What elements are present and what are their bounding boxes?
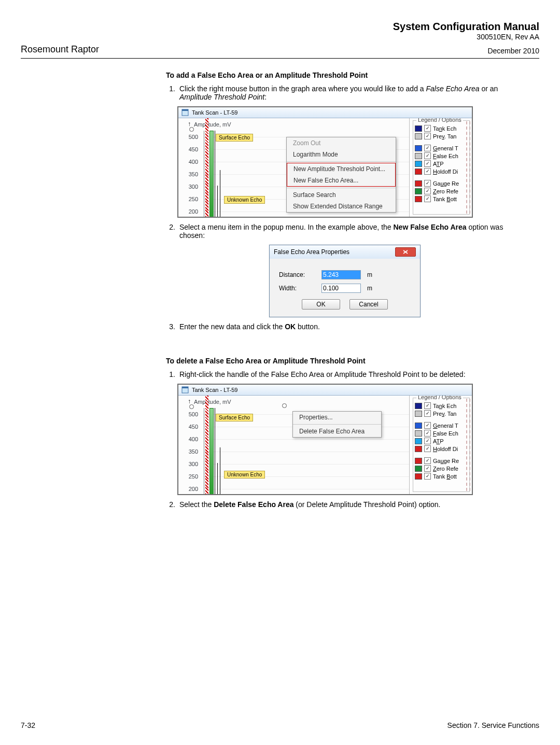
txt: Enter the new data and click the: [179, 322, 285, 331]
txt-italic: False Echo Area: [426, 85, 480, 93]
checkbox-icon[interactable]: ✓: [424, 168, 431, 175]
checkbox-icon[interactable]: ✓: [424, 180, 431, 187]
checkbox-icon[interactable]: ✓: [424, 125, 431, 132]
close-button[interactable]: [395, 247, 416, 257]
legend-item-prev-tank[interactable]: ✓Prev. Tan: [415, 133, 468, 139]
width-unit: m: [367, 285, 375, 292]
legend-item-zero-refe[interactable]: ✓Zero Refe: [415, 188, 468, 194]
unknown-peak-line: [217, 463, 218, 494]
legend-title: Legend / Options: [416, 396, 463, 400]
product-name: Rosemount Raptor: [21, 44, 99, 55]
menu-properties[interactable]: Properties...: [293, 412, 381, 423]
legend-item-tank-echo[interactable]: ✓Tank Ech: [415, 125, 468, 132]
checkbox-icon[interactable]: ✓: [424, 145, 431, 151]
window-title-bar: Tank Scan - LT-59: [178, 107, 472, 118]
unknown-peak-line: [217, 186, 218, 217]
legend-item-tank-bott[interactable]: ✓Tank Bott: [415, 195, 468, 202]
menu-separator: [287, 161, 396, 162]
window-title: Tank Scan - LT-59: [192, 387, 237, 393]
legend-item-gauge-re[interactable]: ✓Gauge Re: [415, 457, 468, 464]
header-divider: [21, 58, 539, 59]
txt-bold: OK: [285, 322, 296, 331]
checkbox-icon[interactable]: ✓: [424, 402, 431, 409]
y-tick: 350: [183, 171, 198, 177]
heading-delete-fea: To delete a False Echo Area or Amplitude…: [166, 357, 524, 365]
checkbox-icon[interactable]: ✓: [424, 133, 431, 139]
y-tick: 500: [183, 134, 198, 140]
y-axis-label: Amplitude, mV: [194, 399, 231, 405]
y-tick: 250: [183, 473, 198, 480]
step-2-2: 2. Select the Delete False Echo Area (or…: [166, 500, 524, 509]
menu-separator: [293, 424, 381, 425]
width-row: Width: m: [279, 284, 411, 293]
legend-item-zero-refe[interactable]: ✓Zero Refe: [415, 465, 468, 472]
step-num: 2.: [166, 223, 175, 240]
menu-logarithm-mode[interactable]: Logarithm Mode: [287, 149, 396, 160]
doc-id: 300510EN, Rev AA: [21, 33, 539, 41]
checkbox-icon[interactable]: ✓: [424, 195, 431, 202]
checkbox-icon[interactable]: ✓: [424, 152, 431, 159]
surface-echo-label: Surface Echo: [216, 414, 253, 421]
menu-separator: [287, 188, 396, 188]
doc-date: December 2010: [487, 47, 539, 55]
legend-item-prev-tank[interactable]: ✓Prev. Tan: [415, 410, 468, 417]
checkbox-icon[interactable]: ✓: [424, 188, 431, 194]
menu-new-false-echo-area[interactable]: New False Echo Area...: [287, 175, 395, 186]
checkbox-icon[interactable]: ✓: [424, 410, 431, 417]
screenshot-tank-scan-2: Tank Scan - LT-59 ↑ Amplitude, mV 500 45…: [177, 384, 473, 495]
cancel-button[interactable]: Cancel: [349, 299, 388, 310]
dialog-title: False Echo Area Properties: [274, 248, 349, 256]
legend-title: Legend / Options: [416, 118, 463, 123]
chart-area[interactable]: ↑ Amplitude, mV 500 450 400 350 300 250 …: [178, 396, 409, 494]
y-tick: 200: [183, 208, 198, 215]
step-1-2: 2. Select a menu item in the popup menu.…: [166, 223, 524, 240]
legend-item-atp[interactable]: ✓ATP: [415, 438, 468, 444]
legend-item-atp[interactable]: ✓ATP: [415, 160, 468, 167]
legend-item-holdoff[interactable]: ✓Holdoff Di: [415, 445, 468, 452]
y-tick: 400: [183, 159, 198, 165]
legend-item-general-t[interactable]: ✓General T: [415, 422, 468, 429]
legend-item-gauge-re[interactable]: ✓Gauge Re: [415, 180, 468, 187]
checkbox-icon[interactable]: ✓: [424, 457, 431, 464]
section-label: Section 7. Service Functions: [447, 721, 539, 729]
checkbox-icon[interactable]: ✓: [424, 445, 431, 452]
step-num: 3.: [166, 322, 175, 331]
checkbox-icon[interactable]: ✓: [424, 430, 431, 437]
window-title: Tank Scan - LT-59: [192, 109, 237, 116]
txt: (or Delete Amplitude Threshold Point) op…: [293, 500, 440, 509]
checkbox-icon[interactable]: ✓: [424, 473, 431, 480]
checkbox-icon[interactable]: ✓: [424, 438, 431, 444]
menu-show-extended-distance-range[interactable]: Show Extended Distance Range: [287, 201, 396, 212]
checkbox-icon[interactable]: ✓: [424, 422, 431, 429]
false-echo-area-properties-dialog: False Echo Area Properties Distance: m W…: [269, 245, 421, 317]
legend-panel: Legend / Options ✓Tank Ech Tank Ech ✓Pre…: [409, 118, 472, 217]
menu-new-amplitude-threshold-point[interactable]: New Amplitude Threshold Point...: [287, 163, 395, 175]
step-text: Select the Delete False Echo Area (or De…: [179, 500, 524, 509]
menu-zoom-out[interactable]: Zoom Out: [287, 137, 396, 149]
menu-surface-search[interactable]: Surface Search: [287, 189, 396, 201]
surface-peak-line: [215, 408, 215, 494]
width-input[interactable]: [321, 284, 361, 293]
dialog-title-bar: False Echo Area Properties: [270, 245, 420, 259]
legend-item-false-ech[interactable]: ✓False Ech: [415, 430, 468, 437]
legend-item-false-ech[interactable]: ✓False Ech: [415, 152, 468, 159]
txt-bold: New False Echo Area: [393, 223, 466, 231]
y-axis: 500 450 400 350 300 250 200: [178, 131, 203, 217]
fea-handle[interactable]: [282, 403, 287, 408]
checkbox-icon[interactable]: ✓: [424, 465, 431, 472]
legend-item-general-t[interactable]: ✓General T: [415, 145, 468, 151]
distance-input[interactable]: [321, 270, 361, 279]
holdoff-region: [205, 118, 208, 217]
menu-delete-false-echo-area[interactable]: Delete False Echo Area: [293, 426, 381, 437]
legend-item-tank-echo[interactable]: ✓Tank Ech: [415, 402, 468, 409]
ok-button[interactable]: OK: [302, 299, 340, 310]
context-menu: Zoom Out Logarithm Mode New Amplitude Th…: [286, 137, 396, 213]
y-tick: 300: [183, 461, 198, 467]
txt-italic: Amplitude Threshold Point: [179, 93, 264, 101]
legend-item-tank-bott[interactable]: ✓Tank Bott: [415, 473, 468, 480]
checkbox-icon[interactable]: ✓: [424, 160, 431, 167]
y-axis-label: Amplitude, mV: [194, 121, 231, 128]
chart-area[interactable]: ↑ Amplitude, mV 500 450 400 350 300 250 …: [178, 118, 409, 217]
legend-item-holdoff[interactable]: ✓Holdoff Di: [415, 168, 468, 175]
svg-rect-3: [182, 387, 188, 388]
